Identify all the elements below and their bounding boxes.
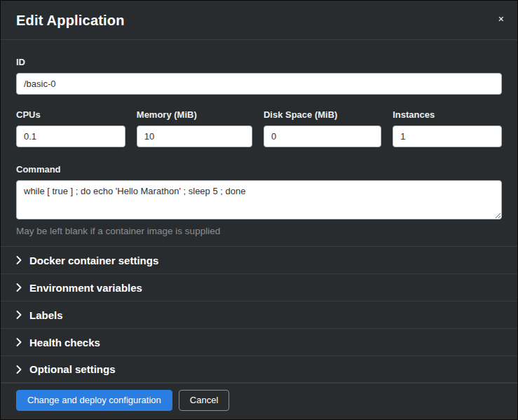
command-field-label: Command xyxy=(16,164,502,175)
command-help-text: May be left blank if a container image i… xyxy=(16,226,502,236)
instances-field-label: Instances xyxy=(393,109,502,120)
instances-field-group: Instances xyxy=(393,109,502,147)
memory-field-group: Memory (MiB) xyxy=(137,109,252,147)
modal-header: Edit Application × xyxy=(1,1,517,40)
chevron-right-icon xyxy=(16,311,22,319)
command-field-group: Command while [ true ] ; do echo 'Hello … xyxy=(16,164,502,236)
section-label: Labels xyxy=(29,309,63,321)
submit-button[interactable]: Change and deploy configuration xyxy=(16,390,172,411)
disk-field-label: Disk Space (MiB) xyxy=(264,109,381,120)
collapsible-sections: Docker container settings Environment va… xyxy=(1,246,517,383)
instances-field[interactable] xyxy=(393,126,502,147)
id-field[interactable] xyxy=(16,73,502,95)
resources-field-row: CPUs Memory (MiB) Disk Space (MiB) Insta… xyxy=(16,109,502,147)
section-docker-container-settings[interactable]: Docker container settings xyxy=(1,246,517,273)
close-icon[interactable]: × xyxy=(496,11,507,27)
section-optional-settings[interactable]: Optional settings xyxy=(1,355,517,383)
section-label: Docker container settings xyxy=(29,255,158,266)
form-body: ID CPUs Memory (MiB) Disk Space (MiB) In… xyxy=(1,40,517,236)
disk-field[interactable] xyxy=(264,126,381,147)
chevron-right-icon xyxy=(16,256,22,264)
chevron-right-icon xyxy=(16,283,22,292)
id-field-group: ID xyxy=(16,57,502,95)
id-field-label: ID xyxy=(16,57,502,67)
disk-field-group: Disk Space (MiB) xyxy=(264,109,381,147)
memory-field[interactable] xyxy=(137,126,252,147)
cpus-field-label: CPUs xyxy=(16,109,125,120)
cpus-field-group: CPUs xyxy=(16,109,125,147)
chevron-right-icon xyxy=(16,338,22,346)
command-field[interactable]: while [ true ] ; do echo 'Hello Marathon… xyxy=(16,180,502,219)
section-label: Environment variables xyxy=(29,282,142,294)
cpus-field[interactable] xyxy=(16,126,125,147)
chevron-right-icon xyxy=(16,365,22,374)
section-label: Optional settings xyxy=(29,363,116,375)
section-label: Health checks xyxy=(29,337,100,348)
section-environment-variables[interactable]: Environment variables xyxy=(1,273,517,301)
section-health-checks[interactable]: Health checks xyxy=(1,328,517,355)
edit-application-modal: Edit Application × ID CPUs Memory (MiB) … xyxy=(0,0,518,420)
page-title: Edit Application xyxy=(16,13,502,29)
section-labels[interactable]: Labels xyxy=(1,301,517,328)
memory-field-label: Memory (MiB) xyxy=(137,109,252,120)
modal-footer: Change and deploy configuration Cancel xyxy=(1,383,517,420)
cancel-button[interactable]: Cancel xyxy=(179,390,229,411)
